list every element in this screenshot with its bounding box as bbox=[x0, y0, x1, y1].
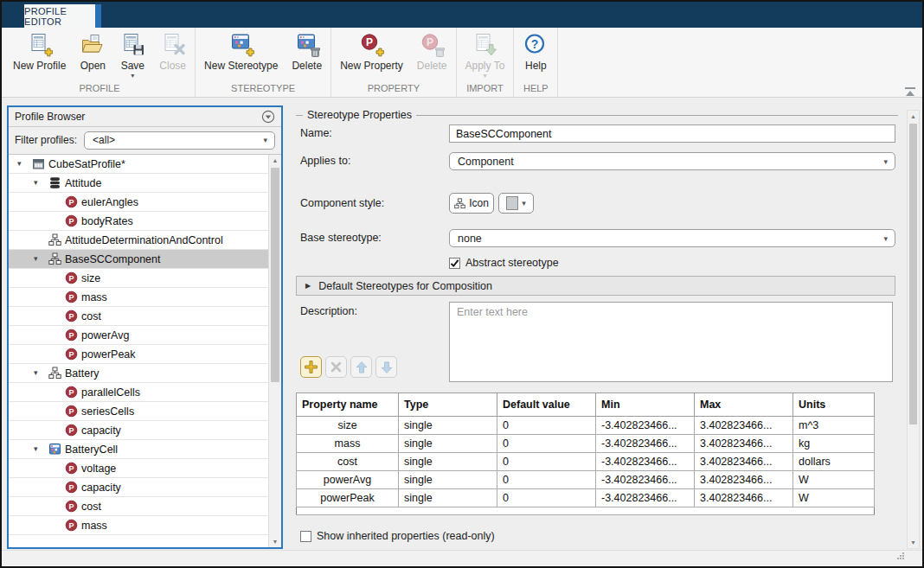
table-cell[interactable]: 3.402823466... bbox=[695, 453, 793, 471]
expander-icon[interactable]: ▾ bbox=[34, 369, 48, 377]
table-cell[interactable]: size bbox=[297, 417, 399, 435]
table-cell[interactable]: -3.402823466... bbox=[596, 453, 695, 471]
table-cell[interactable]: W bbox=[793, 489, 875, 507]
expander-icon[interactable]: ▾ bbox=[34, 255, 48, 263]
open-button[interactable]: Open▾ bbox=[73, 28, 112, 80]
table-cell[interactable]: 0 bbox=[497, 417, 596, 435]
table-cell[interactable]: 3.402823466... bbox=[695, 471, 793, 489]
table-cell[interactable]: 3.402823466... bbox=[695, 435, 793, 453]
table-cell[interactable]: single bbox=[399, 489, 497, 507]
delete-property-button[interactable]: PDelete▾ bbox=[410, 28, 454, 80]
table-cell[interactable]: single bbox=[399, 471, 497, 489]
table-cell[interactable]: 0 bbox=[497, 471, 596, 489]
move-down-button[interactable] bbox=[375, 356, 397, 378]
scroll-up-icon[interactable]: ▲ bbox=[269, 155, 281, 166]
tree-item-powerpeak[interactable]: PpowerPeak bbox=[9, 345, 268, 364]
add-property-button[interactable] bbox=[300, 356, 322, 378]
description-field[interactable] bbox=[449, 302, 893, 382]
table-cell[interactable]: single bbox=[399, 453, 497, 471]
table-cell[interactable]: m^3 bbox=[793, 417, 875, 435]
expander-icon[interactable]: ▾ bbox=[34, 445, 48, 453]
panel-scrollbar[interactable]: ▲ ▼ bbox=[907, 110, 920, 549]
table-cell[interactable]: mass bbox=[297, 435, 399, 453]
tree-item-cost[interactable]: Pcost bbox=[9, 497, 268, 516]
table-cell[interactable]: dollars bbox=[793, 453, 875, 471]
table-cell[interactable]: 0 bbox=[497, 453, 596, 471]
resize-grip-icon[interactable] bbox=[896, 548, 905, 564]
table-row[interactable]: sizesingle0-3.402823466...3.402823466...… bbox=[297, 417, 875, 435]
table-body: sizesingle0-3.402823466...3.402823466...… bbox=[297, 417, 875, 515]
table-cell[interactable]: powerAvg bbox=[297, 471, 399, 489]
table-cell[interactable]: 0 bbox=[497, 489, 596, 507]
save-button[interactable]: Save▾ bbox=[112, 28, 152, 80]
table-row[interactable]: powerAvgsingle0-3.402823466...3.40282346… bbox=[297, 471, 875, 489]
delete-stereotype-button[interactable]: Delete▾ bbox=[285, 28, 329, 80]
tree-item-attitudedeterminationandcontrol[interactable]: AttitudeDeterminationAndControl bbox=[9, 231, 268, 250]
table-cell[interactable]: -3.402823466... bbox=[596, 489, 695, 507]
table-cell[interactable]: -3.402823466... bbox=[596, 417, 695, 435]
table-cell[interactable]: 0 bbox=[497, 435, 596, 453]
delete-property-row-button[interactable] bbox=[325, 356, 347, 378]
tree-scrollbar[interactable]: ▲ ▼ bbox=[268, 155, 281, 547]
table-cell[interactable]: -3.402823466... bbox=[596, 471, 695, 489]
new-stereotype-button[interactable]: New Stereotype▾ bbox=[197, 28, 285, 80]
applies-to-dropdown[interactable]: Component ▾ bbox=[449, 152, 895, 170]
expander-icon[interactable]: ▾ bbox=[17, 160, 32, 168]
scroll-down-icon[interactable]: ▼ bbox=[269, 536, 281, 547]
abstract-stereotype-checkbox[interactable]: Abstract stereotype bbox=[449, 257, 559, 269]
table-row[interactable]: masssingle0-3.402823466...3.402823466...… bbox=[297, 435, 875, 453]
new-property-button[interactable]: PNew Property▾ bbox=[333, 28, 410, 80]
table-cell[interactable]: W bbox=[793, 471, 875, 489]
table-row[interactable]: costsingle0-3.402823466...3.402823466...… bbox=[297, 453, 875, 471]
tree-item-capacity[interactable]: Pcapacity bbox=[9, 421, 268, 440]
tree-item-batterycell[interactable]: ▾BatteryCell bbox=[9, 440, 268, 459]
table-row[interactable]: powerPeaksingle0-3.402823466...3.4028234… bbox=[297, 489, 875, 507]
icon-color-dropdown[interactable]: ▾ bbox=[498, 193, 534, 214]
scroll-down-icon[interactable]: ▼ bbox=[908, 537, 919, 548]
new-profile-button[interactable]: New Profile▾ bbox=[6, 28, 73, 80]
apply-to-button[interactable]: Apply To▾ bbox=[459, 28, 512, 80]
name-field[interactable] bbox=[449, 124, 895, 143]
table-cell[interactable]: kg bbox=[793, 435, 875, 453]
collapse-toolstrip-icon[interactable] bbox=[904, 85, 916, 100]
tree-item-cost[interactable]: Pcost bbox=[9, 307, 268, 326]
table-cell[interactable]: 3.402823466... bbox=[695, 417, 793, 435]
tree-item-mass[interactable]: Pmass bbox=[9, 288, 268, 307]
close-button[interactable]: Close▾ bbox=[152, 28, 193, 80]
table-cell[interactable]: single bbox=[399, 435, 497, 453]
scrollbar-thumb[interactable] bbox=[271, 168, 279, 382]
panel-menu-icon[interactable] bbox=[261, 110, 275, 124]
move-up-button[interactable] bbox=[350, 356, 372, 378]
help-button[interactable]: ?Help▾ bbox=[516, 28, 555, 80]
base-stereotype-dropdown[interactable]: none ▾ bbox=[449, 229, 895, 247]
table-cell[interactable]: -3.402823466... bbox=[596, 435, 695, 453]
tree-item-bodyrates[interactable]: PbodyRates bbox=[9, 212, 268, 231]
tree-item-size[interactable]: Psize bbox=[9, 269, 268, 288]
arrow-down-icon bbox=[379, 360, 395, 375]
icon-style-button[interactable]: Icon bbox=[449, 193, 494, 214]
toolbar-group-label: HELP bbox=[516, 82, 555, 97]
scrollbar-thumb[interactable] bbox=[909, 124, 917, 424]
tree-item-cubesatprofile[interactable]: ▾CubeSatProfile* bbox=[9, 155, 268, 174]
scroll-up-icon[interactable]: ▲ bbox=[908, 111, 919, 122]
tree-item-capacity[interactable]: Pcapacity bbox=[9, 478, 268, 497]
table-cell[interactable]: cost bbox=[297, 453, 399, 471]
tree-item-attitude[interactable]: ▾Attitude bbox=[9, 174, 268, 193]
expander-icon[interactable]: ▾ bbox=[34, 179, 48, 187]
tab-profile-editor[interactable]: PROFILE EDITOR bbox=[24, 4, 95, 28]
tree-item-battery[interactable]: ▾Battery bbox=[9, 364, 268, 383]
tree-item-parallelcells[interactable]: PparallelCells bbox=[9, 383, 268, 402]
table-cell[interactable]: powerPeak bbox=[297, 489, 399, 507]
tree-item-seriescells[interactable]: PseriesCells bbox=[9, 402, 268, 421]
default-stereotypes-section-header[interactable]: ▶ Default Stereotypes for Composition bbox=[296, 276, 895, 296]
show-inherited-checkbox[interactable]: Show inherited properties (read-only) bbox=[300, 530, 495, 542]
toolbar-button-row: Apply To▾ bbox=[459, 28, 512, 82]
tree-item-eulerangles[interactable]: PeulerAngles bbox=[9, 193, 268, 212]
tree-item-basesccomponent[interactable]: ▾BaseSCComponent bbox=[9, 250, 268, 269]
tree-item-poweravg[interactable]: PpowerAvg bbox=[9, 326, 268, 345]
tree-item-voltage[interactable]: Pvoltage bbox=[9, 459, 268, 478]
tree-item-mass[interactable]: Pmass bbox=[9, 516, 268, 535]
table-cell[interactable]: 3.402823466... bbox=[695, 489, 793, 507]
table-cell[interactable]: single bbox=[399, 417, 497, 435]
filter-profiles-dropdown[interactable]: <all> ▾ bbox=[84, 131, 275, 150]
